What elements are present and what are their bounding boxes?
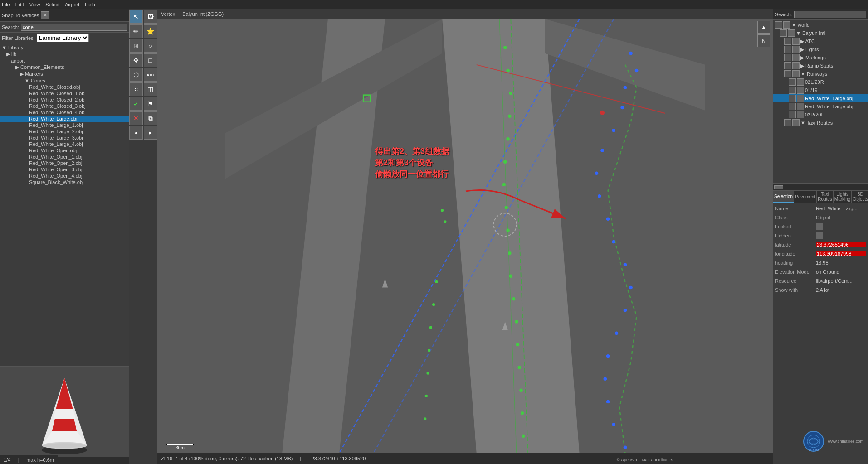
snap-bar: Snap To Vertices ✕ [0, 9, 129, 22]
eye-icon-11[interactable] [789, 111, 796, 118]
tool-check[interactable]: ✓ [129, 97, 143, 111]
right-tree-item-10[interactable]: Red_White_Large.obj [773, 102, 868, 111]
tool-move[interactable]: ✥ [129, 53, 143, 67]
tool-image[interactable]: 🖼 [144, 10, 157, 24]
right-search-input[interactable] [794, 11, 866, 18]
library-tree-item-8[interactable]: Red_White_Closed_2.obj [0, 97, 129, 103]
svg-point-28 [624, 263, 627, 266]
tool-circle[interactable]: ○ [144, 39, 157, 53]
library-tree-item-2[interactable]: airport [0, 58, 129, 64]
eye-icon-12[interactable] [784, 119, 791, 126]
right-tree-item-11[interactable]: 02R/20L [773, 111, 868, 119]
eye-icon-10[interactable] [789, 103, 796, 110]
tool-flag[interactable]: ⚑ [144, 97, 157, 111]
eye-icon-5[interactable] [784, 62, 791, 69]
tool-atc[interactable]: ATC [144, 68, 157, 82]
tool-square2[interactable]: ◫ [144, 82, 157, 96]
tool-polygon[interactable]: ⬡ [129, 68, 143, 82]
eye-icon-9[interactable] [789, 95, 796, 102]
library-tree-item-12[interactable]: Red_White_Large_1.obj [0, 122, 129, 128]
right-tree-item-1[interactable]: ▼ Baiyun Intl [773, 29, 868, 37]
search-input[interactable] [21, 24, 127, 31]
tool-dots[interactable]: ⠿ [129, 82, 143, 96]
library-tree-item-4[interactable]: ▶ Markers [0, 71, 129, 77]
library-tree-item-11[interactable]: Red_White_Large.obj [0, 116, 129, 122]
library-tree-item-10[interactable]: Red_White_Closed_4.obj [0, 109, 129, 116]
tool-arrow[interactable]: ↖ [129, 10, 143, 24]
tool-prev[interactable]: ◀ [129, 126, 143, 140]
tool-cross[interactable]: ✕ [129, 111, 143, 125]
eye-icon-6[interactable] [784, 70, 791, 77]
tool-group-2: ✏ ⭐ [129, 24, 157, 38]
right-tree-item-9[interactable]: Red_White_Large.obj [773, 94, 868, 102]
tool-line[interactable]: ✏ [129, 24, 143, 38]
props-tab-0[interactable]: Selection [773, 191, 794, 203]
library-tree-item-3[interactable]: ▶ Common_Elements [0, 64, 129, 71]
right-tree-item-8[interactable]: 01/19 [773, 86, 868, 94]
library-tree-item-20[interactable]: Red_White_Open_4.obj [0, 173, 129, 179]
right-tree-item-2[interactable]: ▶ ATC [773, 37, 868, 45]
prop-value-4[interactable]: 23.372651496 [816, 242, 866, 247]
eye-icon-8[interactable] [789, 87, 796, 94]
tool-next[interactable]: ▶ [144, 126, 157, 140]
library-tree-item-15[interactable]: Red_White_Large_4.obj [0, 141, 129, 147]
library-tree-item-0[interactable]: ▼ Library [0, 44, 129, 51]
menu-airport[interactable]: Airport [65, 2, 79, 7]
prop-icon-3[interactable] [816, 232, 823, 239]
library-tree-item-13[interactable]: Red_White_Large_2.obj [0, 128, 129, 135]
eye-icon-3[interactable] [784, 46, 791, 53]
right-tree-item-3[interactable]: ▶ Lights [773, 45, 868, 53]
right-tree-label-2: ▶ ATC [800, 39, 815, 44]
library-tree-item-18[interactable]: Red_White_Open_2.obj [0, 160, 129, 166]
map-background[interactable]: 得出第2、第3组数据 第2和第3个设备 偷懒放同一位置都行 [157, 19, 773, 453]
nav-up[interactable]: ▲ [757, 21, 770, 34]
eye-icon-4[interactable] [784, 54, 791, 61]
tool-group-7: ✓ ⚑ [129, 97, 157, 111]
props-tab-2[interactable]: Taxi Routes [817, 191, 834, 203]
watermark-url: www.chinaflies.com [828, 439, 863, 444]
menu-select[interactable]: Select [45, 2, 59, 7]
library-tree-item-6[interactable]: Red_White_Closed.obj [0, 84, 129, 90]
svg-point-43 [502, 183, 506, 187]
eye-icon-1[interactable] [780, 29, 787, 37]
nav-compass[interactable]: N [757, 34, 770, 47]
library-tree-item-5[interactable]: ▼ Cones [0, 77, 129, 84]
menu-view[interactable]: View [29, 2, 40, 7]
svg-point-46 [508, 251, 512, 255]
right-scrollbar[interactable] [773, 183, 868, 190]
library-tree-item-7[interactable]: Red_White_Closed_1.obj [0, 90, 129, 97]
right-tree-item-6[interactable]: ▼ Runways [773, 70, 868, 78]
tool-layers[interactable]: ⧉ [144, 111, 157, 125]
right-tree-item-0[interactable]: ▼ world [773, 21, 868, 29]
filter-select[interactable]: Laminar Library [37, 34, 89, 42]
props-tab-1[interactable]: Pavement [794, 191, 817, 203]
eye-icon-0[interactable] [775, 21, 782, 29]
library-tree-item-19[interactable]: Red_White_Open_3.obj [0, 166, 129, 173]
prop-icon-2[interactable] [816, 223, 823, 230]
library-tree-item-9[interactable]: Red_White_Closed_3.obj [0, 103, 129, 109]
eye-icon-2[interactable] [784, 38, 791, 45]
library-tree-item-17[interactable]: Red_White_Open_1.obj [0, 154, 129, 160]
tool-grid[interactable]: ⊞ [129, 39, 143, 53]
eye-icon-7[interactable] [789, 78, 796, 86]
tool-group-6: ⠿ ◫ [129, 82, 157, 96]
props-tab-4[interactable]: 3D Objects [852, 191, 868, 203]
library-tree-item-1[interactable]: ▶ lib [0, 51, 129, 58]
library-tree-item-21[interactable]: Square_Black_White.obj [0, 179, 129, 185]
library-tree-item-16[interactable]: Red_White_Open.obj [0, 147, 129, 154]
props-tab-3[interactable]: Lights Marking [834, 191, 852, 203]
prop-value-5[interactable]: 113.309187998 [816, 251, 866, 256]
menu-edit[interactable]: Edit [15, 2, 24, 7]
right-tree-item-4[interactable]: ▶ Markings [773, 53, 868, 62]
svg-point-36 [624, 446, 627, 450]
menu-help[interactable]: Help [85, 2, 95, 7]
right-tree-item-7[interactable]: 02L/20R [773, 78, 868, 86]
menu-file[interactable]: File [2, 2, 10, 7]
right-tree-item-12[interactable]: ▼ Taxi Routes [773, 119, 868, 127]
library-tree-item-14[interactable]: Red_White_Large_3.obj [0, 135, 129, 141]
snap-close-button[interactable]: ✕ [41, 11, 49, 19]
viewport[interactable]: Vertex Baiyun Intl(ZGGG) [157, 9, 773, 464]
tool-select2[interactable]: □ [144, 53, 157, 67]
tool-star[interactable]: ⭐ [144, 24, 157, 38]
right-tree-item-5[interactable]: ▶ Ramp Starts [773, 62, 868, 70]
